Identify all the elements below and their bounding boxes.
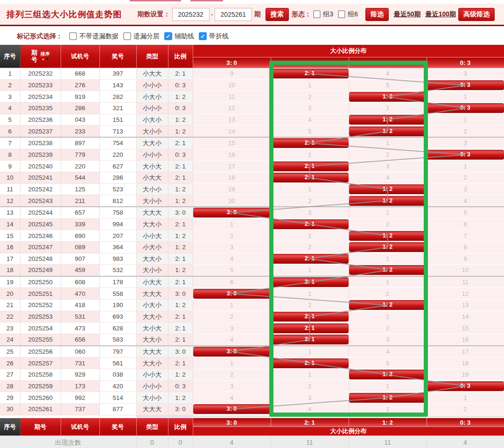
auxiliary-line-checkbox[interactable]: ✓ bbox=[164, 32, 172, 40]
seq-cell: 22 bbox=[0, 311, 20, 322]
omission-value: 1 bbox=[427, 91, 504, 103]
marker-options-bar: 标记形式选择： 不带遗漏数据 遗漏分层 ✓ 辅助线 ✓ 带折线 bbox=[0, 28, 504, 45]
test-number-cell: 173 bbox=[61, 380, 99, 392]
polyline-checkbox[interactable]: ✓ bbox=[199, 32, 207, 40]
test-number-cell: 043 bbox=[61, 114, 99, 126]
table-row: 182025249459532大小小1: 2511: 210 bbox=[0, 265, 504, 276]
prize-number-cell: 397 bbox=[99, 68, 136, 80]
ratio-cell: 2: 1 bbox=[168, 357, 193, 369]
omission-value: 2 bbox=[193, 369, 271, 381]
type-cell: 大小小 bbox=[136, 195, 168, 207]
ratio-bar-cell: 0: 3 bbox=[427, 102, 504, 114]
omission-value: 9 bbox=[427, 253, 504, 265]
prize-number-cell: 693 bbox=[99, 311, 136, 322]
header-ratio-1-2: 1: 2 bbox=[349, 57, 427, 68]
omission-value: 2 bbox=[427, 126, 504, 137]
filter-button[interactable]: 筛选 bbox=[365, 8, 389, 21]
ratio-bar: 1: 2 bbox=[349, 92, 427, 102]
group3-checkbox[interactable] bbox=[313, 10, 321, 18]
no-omission-checkbox[interactable] bbox=[69, 32, 77, 40]
sort-control[interactable]: 排序 ▲▼ bbox=[41, 52, 50, 61]
omission-value: 2 bbox=[271, 300, 349, 311]
marker-options-label: 标记形式选择： bbox=[17, 32, 63, 41]
seq-cell: 15 bbox=[0, 230, 20, 242]
omission-value: 14 bbox=[427, 311, 504, 322]
table-row: 32025234919282小大小1: 21121: 21 bbox=[0, 91, 504, 103]
recent-50-link[interactable]: 最近50期 bbox=[394, 10, 421, 19]
prize-number-cell: 364 bbox=[99, 241, 136, 253]
seq-cell: 10 bbox=[0, 172, 20, 183]
ratio-bar: 1: 2 bbox=[349, 300, 427, 310]
footer-header-ratio-2-1: 2: 1 bbox=[271, 418, 349, 427]
seq-cell: 25 bbox=[0, 346, 20, 357]
table-row: 272025258929038小小大1: 2211: 219 bbox=[0, 369, 504, 381]
ratio-cell: 3: 0 bbox=[168, 207, 193, 218]
advanced-filter-button[interactable]: 高级筛选 bbox=[458, 8, 495, 21]
type-cell: 大小大 bbox=[136, 322, 168, 334]
period-cell: 2025259 bbox=[20, 380, 61, 392]
appearance-count-3-0: 4 bbox=[193, 436, 271, 448]
type-cell: 大大小 bbox=[136, 357, 168, 369]
ratio-cell: 1: 2 bbox=[168, 114, 193, 126]
omission-value: 6 bbox=[193, 276, 271, 288]
seq-cell: 12 bbox=[0, 195, 20, 207]
ratio-cell: 1: 2 bbox=[168, 91, 193, 103]
ratio-bar-cell: 3: 0 bbox=[193, 346, 271, 357]
test-number-cell: 919 bbox=[61, 91, 99, 103]
sort-down-icon[interactable]: ▼ bbox=[45, 56, 49, 61]
omission-value: 1 bbox=[427, 114, 504, 126]
type-cell: 大小小 bbox=[136, 265, 168, 276]
prize-number-cell: 983 bbox=[99, 253, 136, 265]
period-cell: 2025250 bbox=[20, 276, 61, 288]
seq-cell: 13 bbox=[0, 207, 20, 218]
table-row: 92025240220627大小大2: 1172: 131 bbox=[0, 161, 504, 172]
ratio-bar-cell: 2: 1 bbox=[271, 253, 349, 265]
recent-100-link[interactable]: 最近100期 bbox=[426, 10, 456, 19]
prize-number-cell: 583 bbox=[99, 334, 136, 346]
polyline-label: 带折线 bbox=[209, 32, 229, 41]
prize-number-cell: 220 bbox=[99, 149, 136, 161]
test-number-cell: 233 bbox=[61, 126, 99, 137]
period-from-input[interactable] bbox=[172, 8, 210, 21]
test-number-cell: 731 bbox=[61, 357, 99, 369]
test-number-cell: 657 bbox=[61, 207, 99, 218]
ratio-cell: 1: 2 bbox=[168, 300, 193, 311]
test-number-cell: 060 bbox=[61, 346, 99, 357]
type-cell: 小大大 bbox=[136, 276, 168, 288]
seq-cell: 24 bbox=[0, 334, 20, 346]
ratio-cell: 2: 1 bbox=[168, 311, 193, 322]
period-cell: 2025261 bbox=[20, 404, 61, 415]
omission-value: 3 bbox=[271, 102, 349, 114]
sort-up-icon[interactable]: ▲ bbox=[41, 56, 45, 61]
test-number-cell: 907 bbox=[61, 253, 99, 265]
ratio-bar: 2: 1 bbox=[271, 254, 349, 264]
omission-value: 1 bbox=[271, 149, 349, 161]
ratio-bar-cell: 2: 1 bbox=[271, 161, 349, 172]
ratio-bar: 1: 2 bbox=[349, 231, 427, 241]
ratio-bar-cell: 1: 2 bbox=[349, 300, 427, 311]
period-cell: 2025257 bbox=[20, 357, 61, 369]
search-button[interactable]: 搜索 bbox=[266, 8, 289, 21]
omission-value: 2 bbox=[349, 218, 427, 230]
prize-number-cell: 151 bbox=[99, 114, 136, 126]
summary-table-wrap: 序号 期号 试机号 奖号 类型 比例 3: 0 2: 1 1: 2 0: 3 大… bbox=[0, 418, 504, 448]
omission-value: 3 bbox=[349, 334, 427, 346]
test-number-cell: 992 bbox=[61, 392, 99, 404]
omission-value: 4 bbox=[193, 334, 271, 346]
table-row: 212025252418190小大小1: 2121: 213 bbox=[0, 300, 504, 311]
omission-value: 3 bbox=[349, 161, 427, 172]
seq-cell: 6 bbox=[0, 126, 20, 137]
ratio-cell: 2: 1 bbox=[168, 161, 193, 172]
table-row: 162025247089364小大小1: 2321: 28 bbox=[0, 241, 504, 253]
omission-layer-checkbox[interactable] bbox=[123, 32, 131, 40]
group6-checkbox[interactable] bbox=[338, 10, 345, 18]
header-period: 期号 排序 ▲▼ bbox=[20, 45, 61, 68]
test-number-cell: 737 bbox=[61, 404, 99, 415]
ratio-bar-cell: 2: 1 bbox=[271, 68, 349, 80]
omission-layer-label: 遗漏分层 bbox=[133, 32, 160, 41]
table-row: 292025260992514大小小1: 2431: 21 bbox=[0, 392, 504, 404]
period-to-input[interactable] bbox=[215, 8, 252, 21]
omission-value: 4 bbox=[349, 68, 427, 80]
omission-value: 15 bbox=[427, 322, 504, 334]
omission-value: 1 bbox=[349, 207, 427, 218]
